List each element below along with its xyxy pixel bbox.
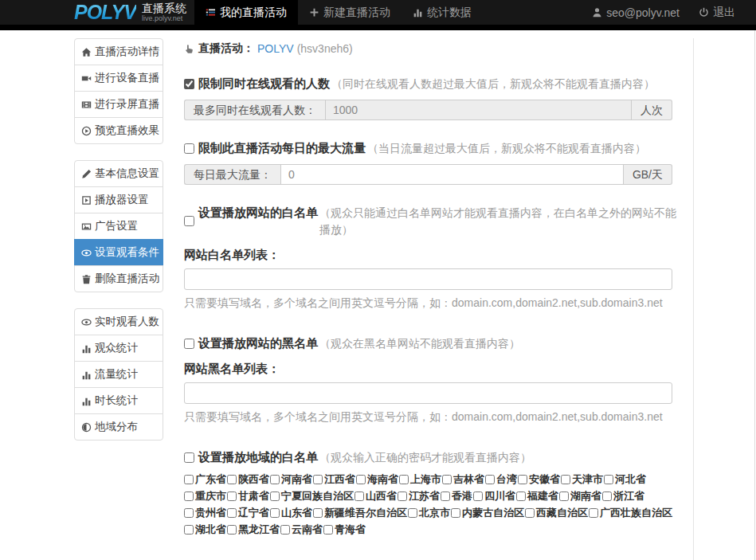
max-viewers-input[interactable] <box>325 100 632 120</box>
section-title: 设置播放网站的白名单 <box>198 204 318 221</box>
region-checkbox[interactable] <box>398 491 407 501</box>
region-checkbox-item[interactable]: 陕西省 <box>227 471 269 488</box>
region-checkbox[interactable] <box>525 508 535 518</box>
nav-tab-new-live-event[interactable]: 新建直播活动 <box>298 0 402 25</box>
region-checkbox-item[interactable]: 北京市 <box>408 504 450 521</box>
region-checkbox-item[interactable]: 山东省 <box>270 504 312 521</box>
sidebar-item-preview-live[interactable]: 预览直播效果 <box>74 117 163 144</box>
region-checkbox-item[interactable]: 黑龙江省 <box>227 521 280 538</box>
region-checkbox[interactable] <box>485 475 495 484</box>
region-checkbox[interactable] <box>604 475 613 484</box>
region-checkbox[interactable] <box>442 475 452 484</box>
region-checkbox-item[interactable]: 青海省 <box>323 521 366 538</box>
region-checkbox-item[interactable]: 广西壮族自治区 <box>589 504 672 521</box>
region-checkbox-item[interactable]: 宁夏回族自治区 <box>270 488 354 504</box>
region-checkbox[interactable] <box>313 508 323 518</box>
region-checkbox[interactable] <box>559 491 569 501</box>
region-checkbox[interactable] <box>227 491 237 501</box>
region-checkbox-item[interactable]: 广东省 <box>184 471 226 488</box>
sidebar-item-delete-live[interactable]: 删除直播活动 <box>74 265 163 292</box>
sidebar-item-live-detail[interactable]: 直播活动详情 <box>74 38 163 65</box>
region-checkbox[interactable] <box>270 475 280 484</box>
sidebar-item-player-settings[interactable]: 播放器设置 <box>74 186 163 213</box>
region-checkbox[interactable] <box>184 475 194 484</box>
region-checkbox[interactable] <box>184 508 194 518</box>
region-checkbox-item[interactable]: 贵州省 <box>184 504 226 521</box>
region-checkbox-item[interactable]: 河北省 <box>604 471 646 488</box>
region-checkbox-item[interactable]: 四川省 <box>473 488 515 504</box>
site-blacklist-checkbox[interactable] <box>184 339 194 349</box>
region-checkbox[interactable] <box>184 491 194 501</box>
region-checkbox-item[interactable]: 安徽省 <box>518 471 560 488</box>
brand[interactable]: POLYV 直播系统 live.polyv.net <box>74 0 194 25</box>
region-checkbox[interactable] <box>356 475 366 484</box>
region-checkbox[interactable] <box>280 525 290 535</box>
region-checkbox[interactable] <box>451 508 460 518</box>
region-checkbox-item[interactable]: 天津市 <box>561 471 603 488</box>
sidebar-item-duration-stats[interactable]: 时长统计 <box>74 387 163 414</box>
region-whitelist-checkbox[interactable] <box>184 452 194 463</box>
region-checkbox-item[interactable]: 海南省 <box>356 471 398 488</box>
sidebar-item-ad-settings[interactable]: 广告设置 <box>74 213 163 240</box>
region-checkbox-item[interactable]: 吉林省 <box>442 471 484 488</box>
region-checkbox-item[interactable]: 西藏自治区 <box>525 504 588 521</box>
region-checkbox-item[interactable]: 辽宁省 <box>227 504 269 521</box>
region-checkbox-item[interactable]: 台湾 <box>485 471 517 488</box>
region-checkbox[interactable] <box>561 475 570 484</box>
site-whitelist-checkbox[interactable] <box>184 216 194 226</box>
sidebar-item-region-distribution[interactable]: 地域分布 <box>74 413 163 441</box>
region-checkbox[interactable] <box>589 508 598 518</box>
site-blacklist-input[interactable] <box>184 382 672 404</box>
region-checkbox-item[interactable]: 新疆维吾尔自治区 <box>313 504 407 521</box>
region-checkbox[interactable] <box>313 475 323 484</box>
region-checkbox-item[interactable]: 甘肃省 <box>227 488 269 504</box>
region-checkbox-item[interactable]: 重庆市 <box>184 488 226 504</box>
sidebar-item-realtime-viewers[interactable]: 实时观看人数 <box>74 308 163 335</box>
region-checkbox-item[interactable]: 湖南省 <box>559 488 601 504</box>
region-checkbox[interactable] <box>227 525 237 535</box>
region-checkbox[interactable] <box>473 491 483 501</box>
region-checkbox[interactable] <box>399 475 409 484</box>
region-checkbox[interactable] <box>441 491 450 501</box>
eye-icon <box>81 248 92 258</box>
sidebar-item-device-live[interactable]: 进行设备直播 <box>74 65 163 92</box>
region-checkbox[interactable] <box>354 491 364 501</box>
region-checkbox[interactable] <box>227 475 237 484</box>
region-checkbox[interactable] <box>408 508 417 518</box>
channel-header: 直播活动： POLYV (hsv3neh6) <box>184 41 682 56</box>
region-checkbox[interactable] <box>227 508 237 518</box>
region-checkbox[interactable] <box>270 491 280 501</box>
region-checkbox-item[interactable]: 浙江省 <box>602 488 644 504</box>
region-checkbox-item[interactable]: 香港 <box>441 488 472 504</box>
region-checkbox[interactable] <box>184 525 194 535</box>
sidebar-item-screen-live[interactable]: 进行录屏直播 <box>74 91 163 118</box>
sidebar-item-watch-conditions[interactable]: 设置观看条件 <box>74 239 163 266</box>
region-checkbox[interactable] <box>270 508 280 518</box>
scrollbar-edge[interactable] <box>754 30 755 560</box>
logout-button[interactable]: 退出 <box>689 6 745 20</box>
region-checkbox[interactable] <box>323 525 333 535</box>
limit-viewers-checkbox[interactable] <box>184 79 194 89</box>
site-whitelist-input[interactable] <box>184 268 672 290</box>
region-checkbox[interactable] <box>602 491 612 501</box>
user-account-button[interactable]: seo@polyv.net <box>582 6 689 19</box>
sidebar-item-traffic-stats[interactable]: 流量统计 <box>74 361 163 388</box>
nav-tab-my-live-events[interactable]: 我的直播活动 <box>194 0 298 25</box>
region-checkbox-item[interactable]: 云南省 <box>280 521 323 538</box>
region-checkbox[interactable] <box>516 491 526 501</box>
region-checkbox[interactable] <box>518 475 527 484</box>
region-checkbox-item[interactable]: 河南省 <box>270 471 312 488</box>
region-checkbox-item[interactable]: 山西省 <box>354 488 397 504</box>
limit-traffic-checkbox[interactable] <box>184 143 194 154</box>
nav-tab-statistics[interactable]: 统计数据 <box>402 0 483 25</box>
channel-name-link[interactable]: POLYV <box>257 42 294 55</box>
sidebar-item-basic-settings[interactable]: 基本信息设置 <box>74 160 163 187</box>
region-checkbox-item[interactable]: 内蒙古自治区 <box>451 504 524 521</box>
region-checkbox-item[interactable]: 湖北省 <box>184 521 226 538</box>
daily-traffic-input[interactable] <box>280 164 624 185</box>
region-checkbox-item[interactable]: 福建省 <box>516 488 558 504</box>
region-checkbox-item[interactable]: 江西省 <box>313 471 355 488</box>
region-checkbox-item[interactable]: 上海市 <box>399 471 441 488</box>
region-checkbox-item[interactable]: 江苏省 <box>398 488 440 504</box>
sidebar-item-viewer-stats[interactable]: 观众统计 <box>74 335 163 362</box>
